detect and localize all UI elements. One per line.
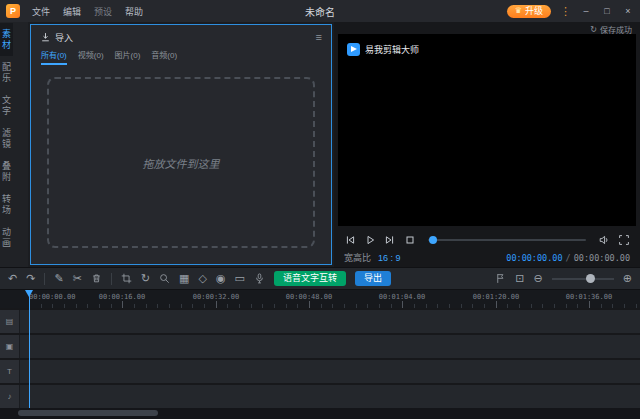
- zoom-out-icon[interactable]: ⊖: [534, 273, 543, 284]
- aspect-ratio-value[interactable]: 16 : 9: [378, 253, 401, 263]
- tab-all[interactable]: 所有(0): [41, 49, 67, 65]
- speech-text-convert-button[interactable]: 语音文字互转: [274, 271, 346, 286]
- sidebar-item-text[interactable]: 文字: [0, 89, 13, 122]
- fullscreen-icon[interactable]: [618, 234, 630, 246]
- zoom-in-icon[interactable]: ⊕: [623, 273, 632, 284]
- playhead-handle[interactable]: [25, 290, 33, 297]
- mosaic-icon[interactable]: ▦: [179, 273, 189, 284]
- timecode-current: 00:00:00.00: [506, 253, 562, 263]
- text-track: T: [0, 360, 640, 383]
- ruler-label: 00:00:48.00: [286, 293, 332, 301]
- ruler-label: 00:01:36.00: [566, 293, 612, 301]
- seek-handle[interactable]: [429, 236, 437, 244]
- horizontal-scrollbar-thumb[interactable]: [18, 410, 158, 416]
- minimize-button[interactable]: –: [580, 6, 592, 16]
- menu-presets[interactable]: 预设: [94, 5, 112, 18]
- volume-icon[interactable]: [598, 234, 610, 246]
- menu-edit[interactable]: 编辑: [63, 5, 81, 18]
- list-view-icon[interactable]: ≡: [316, 31, 322, 43]
- zoom-tool-icon[interactable]: [159, 273, 170, 284]
- voiceover-icon[interactable]: [254, 273, 265, 284]
- file-dropzone[interactable]: 拖放文件到这里: [47, 77, 315, 248]
- preview-info-row: 宽高比 16 : 9 00:00:00.00 / 00:00:00.00: [344, 251, 630, 264]
- edit-icon[interactable]: ✎: [54, 273, 63, 284]
- sidebar-item-media[interactable]: 素材: [0, 23, 13, 56]
- video-track-body[interactable]: [20, 310, 640, 333]
- audio-track-body[interactable]: [20, 385, 640, 408]
- import-button[interactable]: 导入: [40, 31, 73, 44]
- fit-timeline-icon[interactable]: ⊡: [515, 273, 524, 284]
- freeze-frame-icon[interactable]: ◉: [216, 273, 226, 284]
- rotate-icon[interactable]: ↻: [141, 273, 150, 284]
- timecode-total: 00:00:00.00: [574, 253, 630, 263]
- menubar: P 文件 编辑 预设 帮助 未命名 ♛ 升级 ⋮ – □ ×: [0, 0, 640, 22]
- timeline-zoom-handle[interactable]: [586, 274, 595, 283]
- watermark-text: 易我剪辑大师: [365, 43, 419, 56]
- audio-track-header[interactable]: ♪: [0, 385, 20, 408]
- upgrade-button[interactable]: ♛ 升级: [507, 5, 551, 18]
- kebab-menu-icon[interactable]: ⋮: [560, 5, 571, 18]
- previous-frame-button[interactable]: [344, 234, 356, 246]
- sidebar: 素材 配乐 文字 滤镜 叠附 转场 动画: [0, 22, 28, 267]
- timeline-zoom-slider[interactable]: [552, 278, 614, 280]
- horizontal-scrollbar[interactable]: [0, 408, 640, 419]
- delete-icon[interactable]: [91, 273, 102, 284]
- menu-file[interactable]: 文件: [32, 5, 50, 18]
- overlay-track-icon: ▣: [6, 342, 14, 351]
- media-tabs: 所有(0) 视频(0) 图片(0) 音频(0): [31, 49, 331, 65]
- timeline-tracks: ▤ ▣ T ♪: [0, 308, 640, 408]
- app-logo-icon: P: [6, 4, 20, 18]
- audio-track: ♪: [0, 385, 640, 408]
- playhead[interactable]: [29, 290, 30, 408]
- maximize-button[interactable]: □: [601, 6, 613, 16]
- seek-slider[interactable]: [428, 239, 586, 241]
- main-area: 素材 配乐 文字 滤镜 叠附 转场 动画 导入 ≡ 所有(0) 视频(0): [0, 22, 640, 267]
- menu-help[interactable]: 帮助: [125, 5, 143, 18]
- tab-video[interactable]: 视频(0): [78, 49, 104, 63]
- timeline-ruler[interactable]: 00:00:00.00 00:00:16.00 00:00:32.00 00:0…: [0, 290, 640, 308]
- sidebar-item-overlays[interactable]: 叠附: [0, 155, 13, 188]
- watermark-logo-icon: [347, 43, 360, 56]
- audio-track-icon: ♪: [8, 392, 12, 401]
- dropzone-text: 拖放文件到这里: [143, 155, 220, 171]
- video-canvas: 易我剪辑大师: [338, 34, 636, 226]
- tab-audio[interactable]: 音频(0): [151, 49, 177, 63]
- overlay-track-header[interactable]: ▣: [0, 335, 20, 358]
- redo-icon[interactable]: ↷: [26, 273, 35, 284]
- undo-icon[interactable]: ↶: [8, 273, 17, 284]
- text-track-header[interactable]: T: [0, 360, 20, 383]
- ruler-label: 00:00:16.00: [99, 293, 145, 301]
- video-track: ▤: [0, 310, 640, 333]
- export-button[interactable]: 导出: [355, 271, 391, 286]
- tab-image[interactable]: 图片(0): [115, 49, 141, 63]
- text-track-icon: T: [7, 367, 12, 376]
- sidebar-item-music[interactable]: 配乐: [0, 56, 13, 89]
- subtitle-icon[interactable]: ▭: [235, 273, 245, 284]
- sidebar-item-filters[interactable]: 滤镜: [0, 122, 13, 155]
- crown-icon: ♛: [515, 7, 522, 15]
- timecode-separator: /: [566, 253, 571, 263]
- import-label: 导入: [55, 31, 73, 44]
- aspect-ratio-label: 宽高比: [344, 251, 371, 264]
- text-track-body[interactable]: [20, 360, 640, 383]
- toolbar: ↶ ↷ ✎ ✂ ↻ ▦ ◇ ◉ ▭ 语音文字互转 导出 ⊡ ⊖: [0, 267, 640, 290]
- saved-sync-icon: ↻: [590, 25, 597, 34]
- media-panel: 导入 ≡ 所有(0) 视频(0) 图片(0) 音频(0) 拖放文件到这里: [30, 24, 332, 265]
- split-icon[interactable]: ✂: [73, 273, 82, 284]
- ruler-label: 00:00:00.00: [29, 293, 75, 301]
- sidebar-item-transitions[interactable]: 转场: [0, 188, 13, 221]
- crop-icon[interactable]: [121, 273, 132, 284]
- overlay-track-body[interactable]: [20, 335, 640, 358]
- overlay-track: ▣: [0, 335, 640, 358]
- sidebar-item-animation[interactable]: 动画: [0, 221, 13, 254]
- video-track-icon: ▤: [6, 317, 14, 326]
- marker-icon[interactable]: [495, 273, 506, 284]
- menu-bar: 文件 编辑 预设 帮助: [32, 5, 143, 18]
- play-button[interactable]: [364, 234, 376, 246]
- video-track-header[interactable]: ▤: [0, 310, 20, 333]
- overlay-icon[interactable]: ◇: [199, 273, 207, 284]
- stop-button[interactable]: [404, 234, 416, 246]
- next-frame-button[interactable]: [384, 234, 396, 246]
- close-button[interactable]: ×: [622, 6, 634, 16]
- document-title: 未命名: [305, 4, 335, 19]
